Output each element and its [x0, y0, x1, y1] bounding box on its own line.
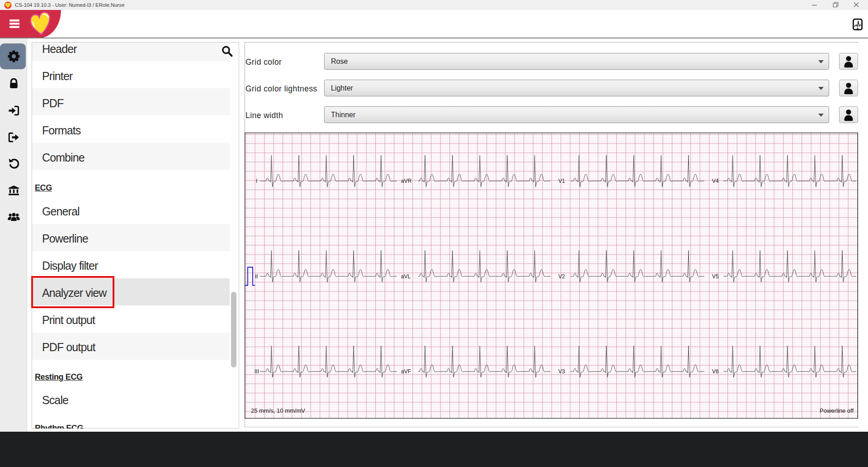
svg-text:V6: V6	[712, 368, 719, 375]
svg-text:aVR: aVR	[401, 178, 412, 184]
svg-text:aVL: aVL	[401, 273, 411, 280]
svg-text:V1: V1	[558, 178, 565, 184]
svg-text:V2: V2	[558, 273, 565, 280]
svg-text:V5: V5	[712, 273, 719, 280]
svg-text:V3: V3	[558, 368, 565, 375]
svg-text:I: I	[256, 178, 257, 184]
svg-text:III: III	[255, 368, 259, 375]
svg-text:aVF: aVF	[401, 368, 411, 375]
svg-text:Powerline off: Powerline off	[820, 407, 854, 414]
svg-text:II: II	[255, 273, 258, 280]
svg-text:V4: V4	[712, 178, 719, 184]
svg-text:25 mm/s, 10 mm/mV: 25 mm/s, 10 mm/mV	[251, 407, 305, 414]
